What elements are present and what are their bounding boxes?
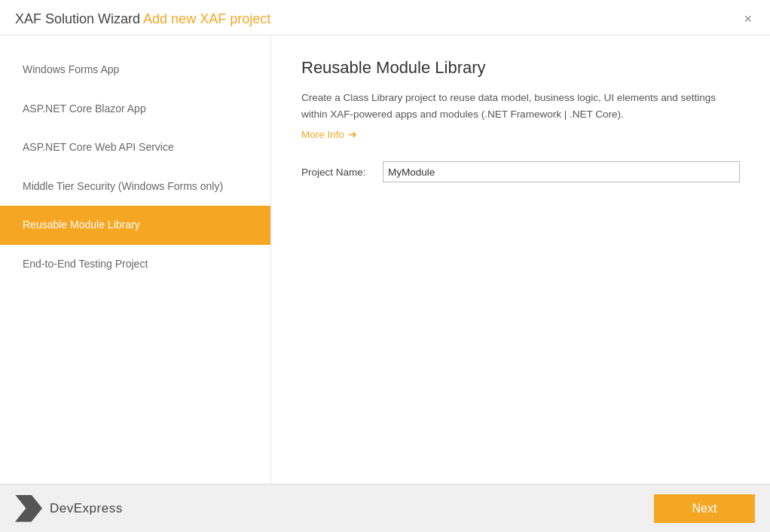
project-name-row: Project Name: <box>301 161 740 182</box>
project-name-input[interactable] <box>383 161 740 182</box>
project-name-label: Project Name: <box>301 167 377 178</box>
devexpress-logo-icon <box>15 495 42 522</box>
sidebar-item-reusable-module-library[interactable]: Reusable Module Library <box>0 206 270 245</box>
more-info-label: More Info <box>301 129 344 140</box>
content-description: Create a Class Library project to reuse … <box>301 90 740 122</box>
devexpress-logo: DevExpress <box>15 495 123 522</box>
devexpress-logo-label: DevExpress <box>50 501 123 515</box>
next-button[interactable]: Next <box>654 494 755 523</box>
more-info-arrow-icon: ➜ <box>348 128 357 140</box>
title-static: XAF Solution Wizard <box>15 11 140 26</box>
sidebar-item-middle-tier-security[interactable]: Middle Tier Security (Windows Forms only… <box>0 167 270 206</box>
sidebar-item-end-to-end-testing-project[interactable]: End-to-End Testing Project <box>0 245 270 284</box>
sidebar: Windows Forms AppASP.NET Core Blazor App… <box>0 35 271 484</box>
close-button[interactable]: × <box>741 11 755 27</box>
sidebar-item-aspnet-core-web-api-service[interactable]: ASP.NET Core Web API Service <box>0 128 270 167</box>
title-bar: XAF Solution Wizard Add new XAF project … <box>0 0 770 35</box>
sidebar-item-aspnet-core-blazor-app[interactable]: ASP.NET Core Blazor App <box>0 90 270 129</box>
devexpress-logo-text: DevExpress <box>50 501 123 516</box>
footer: DevExpress Next <box>0 484 770 532</box>
content-title: Reusable Module Library <box>301 58 740 78</box>
title-accent: Add new XAF project <box>143 11 270 26</box>
sidebar-item-windows-forms-app[interactable]: Windows Forms App <box>0 50 270 90</box>
window-title: XAF Solution Wizard Add new XAF project <box>15 11 270 27</box>
content-panel: Reusable Module Library Create a Class L… <box>271 35 770 484</box>
main-content: Windows Forms AppASP.NET Core Blazor App… <box>0 35 770 484</box>
more-info-link[interactable]: More Info ➜ <box>301 128 740 140</box>
